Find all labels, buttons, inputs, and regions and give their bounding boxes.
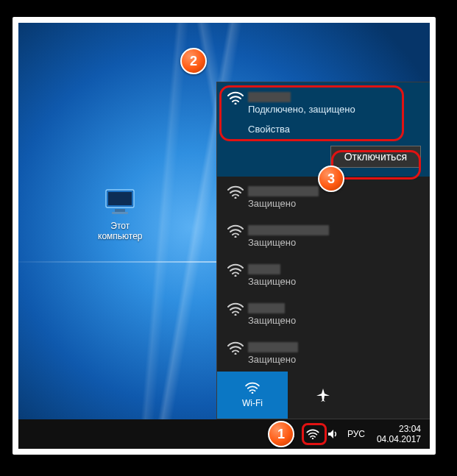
network-security: Защищено — [248, 236, 419, 249]
desktop-icon-this-pc[interactable]: Этот компьютер — [98, 188, 143, 241]
airplane-icon — [316, 388, 330, 402]
svg-rect-1 — [108, 192, 132, 205]
desktop-icon-label: Этот компьютер — [98, 221, 143, 241]
svg-point-7 — [235, 275, 237, 277]
annotation-badge-2: 2 — [180, 48, 207, 74]
svg-point-5 — [235, 197, 237, 199]
quick-tiles: Wi-Fi — [217, 372, 430, 419]
this-pc-icon — [104, 188, 135, 216]
airplane-mode-tile[interactable] — [288, 372, 358, 419]
svg-point-8 — [235, 314, 237, 316]
wifi-signal-icon — [227, 185, 248, 201]
wifi-signal-icon — [227, 263, 248, 279]
tray-date: 04.04.2017 — [377, 434, 421, 444]
tray-language[interactable]: РУС — [347, 429, 365, 439]
connection-status: Подключено, защищено — [248, 103, 419, 116]
wifi-signal-icon — [227, 224, 248, 240]
tray-time: 23:04 — [377, 424, 421, 434]
svg-point-6 — [235, 236, 237, 238]
network-ssid — [248, 301, 419, 314]
network-item[interactable]: Защищено — [217, 333, 430, 372]
wifi-icon — [244, 382, 261, 394]
wifi-tile-label: Wi-Fi — [242, 398, 263, 408]
tray-clock[interactable]: 23:04 04.04.2017 — [377, 424, 421, 444]
network-flyout: Подключено, защищено Свойства Отключитьс… — [216, 82, 430, 419]
annotation-badge-3: 3 — [318, 166, 344, 192]
wifi-signal-icon — [227, 341, 248, 357]
wifi-signal-icon — [227, 302, 248, 318]
svg-point-9 — [235, 353, 237, 355]
network-security: Защищено — [248, 197, 419, 210]
svg-point-4 — [235, 103, 237, 105]
svg-rect-2 — [115, 209, 125, 212]
network-ssid — [248, 223, 419, 236]
properties-link[interactable]: Свойства — [248, 123, 419, 135]
network-ssid — [248, 90, 419, 103]
disconnect-button[interactable]: Отключиться — [330, 146, 421, 168]
network-ssid — [248, 262, 419, 275]
taskbar: ∧ РУС 23:04 04.04.2017 — [18, 419, 430, 449]
network-security: Защищено — [248, 314, 419, 327]
network-ssid — [248, 340, 419, 353]
wifi-signal-icon — [227, 91, 248, 107]
tray-volume-icon[interactable] — [327, 427, 340, 441]
tray-wifi-icon[interactable] — [306, 427, 319, 441]
system-tray: ∧ РУС 23:04 04.04.2017 — [286, 424, 421, 444]
network-item[interactable]: Защищено — [217, 216, 430, 255]
svg-rect-3 — [112, 212, 128, 214]
network-item-connected[interactable]: Подключено, защищено Свойства — [217, 82, 430, 141]
network-item[interactable]: Защищено — [217, 294, 430, 333]
svg-point-11 — [312, 438, 313, 439]
network-security: Защищено — [248, 353, 419, 366]
network-item[interactable]: Защищено — [217, 255, 430, 294]
wifi-tile[interactable]: Wi-Fi — [217, 372, 288, 419]
network-security: Защищено — [248, 275, 419, 288]
svg-point-10 — [252, 392, 254, 394]
annotation-badge-1: 1 — [268, 421, 294, 447]
